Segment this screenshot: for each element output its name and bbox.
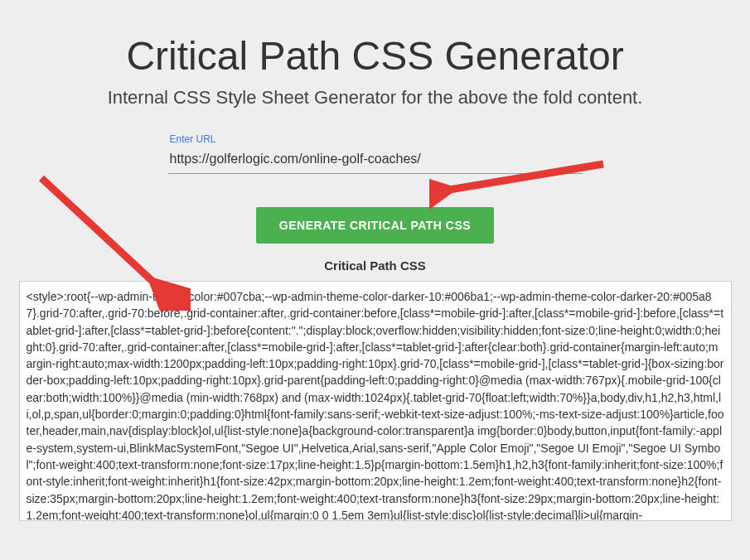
output-textarea[interactable] (19, 281, 732, 521)
page-title: Critical Path CSS Generator (17, 33, 733, 79)
output-label: Critical Path CSS (17, 258, 733, 273)
url-label: Enter URL (168, 133, 583, 145)
page-subtitle: Internal CSS Style Sheet Generator for t… (17, 87, 733, 109)
url-input[interactable] (168, 147, 583, 174)
url-form: Enter URL (168, 133, 583, 207)
generate-button[interactable]: GENERATE CRITICAL PATH CSS (256, 207, 494, 244)
